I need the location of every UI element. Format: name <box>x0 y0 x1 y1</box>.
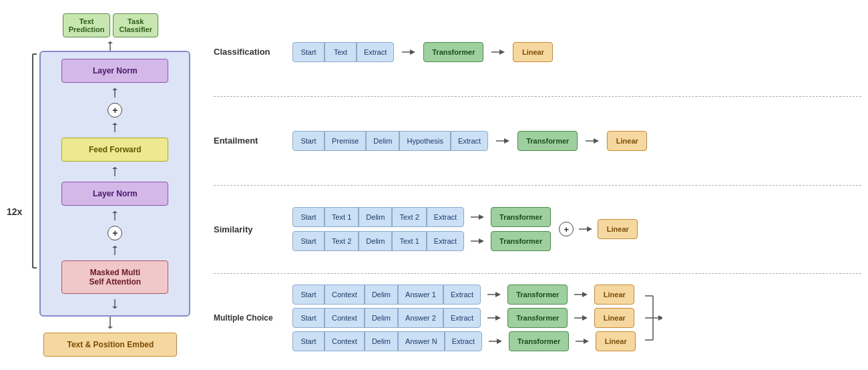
seq-box: Context <box>324 331 365 351</box>
transformer-cls: Transformer <box>423 42 483 62</box>
seq-box: Text 1 <box>392 231 426 251</box>
mc-row-2: Start Context Delim Answer 2 Extract Tra… <box>292 308 636 328</box>
arrow-ff-down <box>108 167 122 176</box>
svg-marker-22 <box>499 49 505 55</box>
plus-circle-bottom: + <box>107 226 122 240</box>
svg-marker-36 <box>582 292 588 297</box>
svg-marker-12 <box>112 211 118 213</box>
linear-sim: Linear <box>598 219 638 239</box>
svg-marker-1 <box>107 41 113 43</box>
feed-forward-box: Feed Forward <box>61 138 168 162</box>
seq-box: Delim <box>365 308 398 328</box>
arrow-mc-2 <box>487 313 501 323</box>
seq-sim-2: Start Text 2 Delim Text 1 Extract <box>292 231 464 251</box>
svg-marker-44 <box>584 339 589 344</box>
layer-norm-top: Layer Norm <box>61 59 168 83</box>
seq-classification: Start Text Extract <box>292 42 394 62</box>
linear-mc-1: Linear <box>594 285 634 305</box>
linear-ent: Linear <box>607 131 647 151</box>
svg-marker-50 <box>658 315 662 321</box>
svg-marker-16 <box>112 307 118 309</box>
transformer-sim-1: Transformer <box>491 207 551 227</box>
layer-norm-bottom: Layer Norm <box>61 182 168 206</box>
transformer-mc-1: Transformer <box>507 285 568 305</box>
arrow-mc-nb <box>576 336 589 347</box>
mc-merge-lines <box>644 287 662 350</box>
tasks-section: Classification Start Text Extract Transf… <box>200 8 861 362</box>
seq-box: Context <box>324 285 365 305</box>
seq-box: Start <box>292 285 324 305</box>
arrow-ff-up <box>108 123 122 132</box>
repeat-label: 12x <box>7 206 22 217</box>
seq-box: Hypothesis <box>399 131 450 151</box>
seq-box: Extract <box>427 231 464 251</box>
svg-marker-28 <box>479 214 484 220</box>
arrow-mc-n <box>489 336 502 347</box>
svg-marker-8 <box>112 123 118 125</box>
seq-box: Extract <box>451 131 488 151</box>
task-entailment: Entailment Start Premise Delim Hypothesi… <box>214 97 861 186</box>
transformer-mc-2: Transformer <box>507 308 568 328</box>
text-prediction-box: TextPrediction <box>63 13 111 37</box>
seq-box: Answer 1 <box>398 285 443 305</box>
svg-marker-26 <box>594 138 599 144</box>
seq-mc-2: Start Context Delim Answer 2 Extract <box>292 308 481 328</box>
svg-marker-40 <box>582 315 588 321</box>
task-classification: Classification Start Text Extract Transf… <box>214 8 861 97</box>
seq-box: Extract <box>443 308 481 328</box>
svg-marker-18 <box>107 327 113 329</box>
seq-box: Extract <box>445 331 482 351</box>
seq-box: Extract <box>443 285 481 305</box>
task-label-classification: Classification <box>214 47 287 57</box>
task-classifier-box: TaskClassifier <box>113 13 158 37</box>
seq-box: Text 1 <box>324 207 359 227</box>
arrow-cls-1 <box>402 47 415 57</box>
transformer-block: Layer Norm + Feed Forward <box>39 51 190 317</box>
svg-marker-14 <box>112 246 118 248</box>
seq-box: Text 2 <box>392 207 426 227</box>
seq-box: Context <box>324 308 365 328</box>
svg-marker-42 <box>497 339 502 344</box>
arrow-mc-1b <box>574 289 588 300</box>
seq-box: Start <box>292 42 324 62</box>
transformer-mc-n: Transformer <box>509 331 569 351</box>
mc-row-1: Start Context Delim Answer 1 Extract Tra… <box>292 285 636 305</box>
arrow-attn-down <box>108 299 122 309</box>
linear-mc-2: Linear <box>594 308 634 328</box>
svg-marker-32 <box>587 226 592 232</box>
svg-marker-20 <box>410 49 415 55</box>
seq-box: Text 2 <box>324 231 359 251</box>
seq-box: Start <box>292 308 324 328</box>
plus-circle-top: + <box>107 103 122 118</box>
seq-box: Delim <box>359 207 392 227</box>
seq-box: Delim <box>359 231 392 251</box>
seq-box: Delim <box>365 285 398 305</box>
transformer-sim-2: Transformer <box>491 231 551 251</box>
task-label-mc: Multiple Choice <box>214 313 287 323</box>
linear-mc-n: Linear <box>596 331 636 351</box>
svg-marker-34 <box>495 292 501 297</box>
arrow-to-embed <box>100 317 120 329</box>
seq-box: Extract <box>427 207 464 227</box>
seq-box: Text <box>324 42 357 62</box>
task-multiple-choice: Multiple Choice Start Context Delim Answ… <box>214 274 861 362</box>
embed-box: Text & Position Embed <box>43 333 177 357</box>
seq-box: Start <box>292 231 324 251</box>
seq-mc-1: Start Context Delim Answer 1 Extract <box>292 285 481 305</box>
seq-box: Start <box>292 131 324 151</box>
arrow-to-outputs <box>90 41 130 51</box>
seq-box: Answer N <box>398 331 445 351</box>
output-boxes: TextPrediction TaskClassifier <box>63 13 158 37</box>
task-label-entailment: Entailment <box>214 136 287 146</box>
seq-box: Start <box>292 207 324 227</box>
arrow-ln-bottom <box>108 211 122 220</box>
arrow-ent-2 <box>586 136 599 146</box>
svg-marker-30 <box>479 238 484 244</box>
arrow-sim-1 <box>471 212 484 222</box>
task-similarity: Similarity Start Text 1 Delim Text 2 Ext… <box>214 186 861 274</box>
seq-box: Delim <box>365 331 398 351</box>
arrow-sim-2 <box>471 236 484 246</box>
main-container: 12x TextPrediction TaskClassifier <box>0 0 868 370</box>
arrow-ent-1 <box>496 136 509 146</box>
arrow-ln-top <box>108 88 122 98</box>
